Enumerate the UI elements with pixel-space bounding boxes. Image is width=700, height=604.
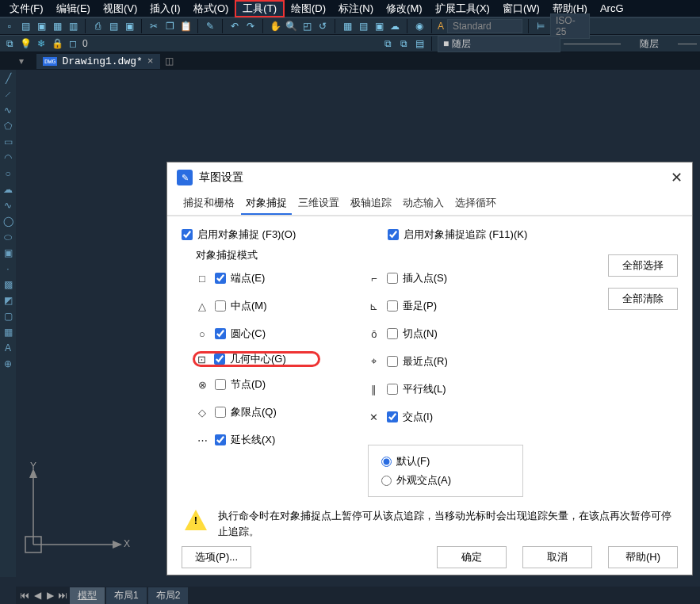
tangent-checkbox[interactable]: 切点(N)	[387, 327, 438, 341]
cancel-button[interactable]: 取消	[522, 546, 592, 568]
save-icon[interactable]: ▣	[35, 20, 48, 32]
layout2-tab[interactable]: 布局2	[148, 587, 189, 604]
tab-polar[interactable]: 极轴追踪	[346, 193, 396, 215]
menu-format[interactable]: 格式(O)	[187, 2, 235, 16]
line-icon[interactable]: ╱	[2, 73, 14, 86]
first-tab-icon[interactable]: ⏮	[19, 590, 30, 601]
tab-object-snap[interactable]: 对象捕捉	[241, 193, 292, 215]
close-icon[interactable]: ✕	[671, 169, 683, 186]
extension-checkbox[interactable]: 延长线(X)	[215, 433, 275, 447]
layer-state-icon[interactable]: ⧉	[397, 37, 410, 50]
paste-icon[interactable]: 📋	[179, 20, 192, 32]
color-bylayer-dropdown[interactable]: ■ 随层	[438, 36, 560, 52]
table2-icon[interactable]: ▦	[2, 327, 14, 339]
anno-a-icon[interactable]: A	[438, 21, 444, 32]
ok-button[interactable]: 确定	[437, 546, 507, 568]
quadrant-checkbox[interactable]: 象限点(Q)	[215, 405, 277, 419]
enable-track-checkbox[interactable]: 启用对象捕捉追踪 (F11)(K)	[388, 227, 527, 242]
import-icon[interactable]: ▥	[67, 20, 79, 32]
new-tab-icon[interactable]: ◫	[163, 55, 176, 67]
pline-icon[interactable]: ∿	[2, 105, 14, 117]
menu-arc[interactable]: ArcG	[594, 2, 630, 14]
xline-icon[interactable]: ⟋	[2, 89, 14, 101]
parallel-checkbox[interactable]: 平行线(L)	[387, 382, 446, 396]
last-tab-icon[interactable]: ⏭	[57, 590, 68, 601]
tab-cycle[interactable]: 选择循环	[450, 193, 501, 215]
layer-color-icon[interactable]: ◻	[67, 37, 79, 50]
menu-draw[interactable]: 绘图(D)	[285, 2, 332, 16]
revcloud-icon[interactable]: ☁	[2, 184, 14, 197]
linetype-bylayer[interactable]: 随层	[624, 37, 675, 51]
plot-icon[interactable]: ▤	[107, 20, 120, 32]
clear-all-button[interactable]: 全部清除	[608, 288, 678, 310]
text-style-dropdown[interactable]: Standard	[447, 19, 522, 33]
menu-annotate[interactable]: 标注(N)	[332, 2, 380, 16]
tab-3d[interactable]: 三维设置	[293, 193, 344, 215]
ellipsearc-icon[interactable]: ⬭	[2, 231, 14, 244]
zoomrt-icon[interactable]: 🔍	[285, 20, 297, 32]
freeze-icon[interactable]: ❄	[35, 37, 48, 50]
hatch-icon[interactable]: ▩	[2, 279, 14, 292]
layout1-tab[interactable]: 布局1	[106, 587, 147, 604]
zoomprev-icon[interactable]: ↺	[316, 20, 329, 32]
addsel-icon[interactable]: ⊕	[2, 358, 14, 371]
rect-icon[interactable]: ▭	[2, 136, 14, 149]
table-icon[interactable]: ▤	[357, 20, 369, 32]
preview-icon[interactable]: ▣	[123, 20, 136, 32]
redo-icon[interactable]: ↷	[244, 20, 257, 32]
select-all-button[interactable]: 全部选择	[608, 254, 678, 277]
geocenter-checkbox[interactable]: 几何中心(G)	[214, 352, 286, 366]
enable-track-input[interactable]	[388, 229, 399, 240]
menu-tools[interactable]: 工具(T)	[235, 0, 285, 17]
calc-icon[interactable]: ▦	[341, 20, 354, 32]
tab-dynamic[interactable]: 动态输入	[398, 193, 449, 215]
cut-icon[interactable]: ✂	[147, 20, 160, 32]
circle-icon[interactable]: ○	[2, 168, 14, 181]
prop-icon[interactable]: ▣	[373, 20, 385, 32]
menu-edit[interactable]: 编辑(E)	[50, 2, 97, 16]
options-button[interactable]: 选项(P)...	[182, 546, 251, 568]
document-tab[interactable]: DWG Drawing1.dwg* ×	[36, 54, 160, 69]
open-icon[interactable]: ▤	[19, 20, 32, 32]
menu-window[interactable]: 窗口(W)	[496, 2, 546, 16]
block-icon[interactable]: ▣	[2, 247, 14, 260]
menu-insert[interactable]: 插入(I)	[143, 2, 186, 16]
arc-icon[interactable]: ◠	[2, 152, 14, 165]
spline-icon[interactable]: ∿	[2, 200, 14, 212]
menu-file[interactable]: 文件(F)	[3, 2, 50, 16]
undo-icon[interactable]: ↶	[228, 20, 241, 32]
enable-osnap-checkbox[interactable]: 启用对象捕捉 (F3)(O)	[182, 227, 296, 242]
saveas-icon[interactable]: ▦	[51, 20, 63, 32]
close-tab-icon[interactable]: ×	[147, 55, 154, 67]
copy-icon[interactable]: ❐	[163, 20, 176, 32]
node-checkbox[interactable]: 节点(D)	[215, 377, 266, 392]
point-icon[interactable]: ·	[2, 263, 14, 276]
polygon-icon[interactable]: ⬠	[2, 120, 14, 133]
lock-icon[interactable]: 🔒	[51, 37, 63, 50]
region-icon[interactable]: ▢	[2, 311, 14, 323]
menu-ext-tools[interactable]: 扩展工具(X)	[429, 2, 496, 16]
gradient-icon[interactable]: ◩	[2, 295, 14, 308]
layer-mgr-icon[interactable]: ⧉	[3, 37, 16, 50]
enable-osnap-input[interactable]	[182, 229, 193, 240]
endpoint-checkbox[interactable]: 端点(E)	[215, 271, 265, 285]
cloud-icon[interactable]: ☁	[388, 20, 401, 32]
midpoint-checkbox[interactable]: 中点(M)	[215, 299, 267, 313]
print-icon[interactable]: ⎙	[91, 20, 104, 32]
new-icon[interactable]: ▫	[3, 20, 16, 32]
bulb-icon[interactable]: 💡	[19, 37, 32, 50]
match-icon[interactable]: ✎	[204, 20, 216, 32]
intersection-checkbox[interactable]: 交点(I)	[387, 410, 433, 424]
next-tab-icon[interactable]: ▶	[44, 590, 55, 601]
tab-dropdown-icon[interactable]: ▾	[19, 55, 33, 67]
insert-checkbox[interactable]: 插入点(S)	[387, 271, 447, 285]
dimstyle-icon[interactable]: ⊨	[534, 20, 547, 32]
center-checkbox[interactable]: 圆心(C)	[215, 327, 266, 341]
model-tab[interactable]: 模型	[70, 587, 105, 604]
pan-icon[interactable]: ✋	[269, 20, 281, 32]
ellipse-icon[interactable]: ◯	[2, 216, 14, 228]
layer-walk-icon[interactable]: ⧉	[381, 37, 394, 50]
menu-view[interactable]: 视图(V)	[97, 2, 143, 16]
menu-modify[interactable]: 修改(M)	[380, 2, 429, 16]
layer-prev-icon[interactable]: ▤	[413, 37, 426, 50]
